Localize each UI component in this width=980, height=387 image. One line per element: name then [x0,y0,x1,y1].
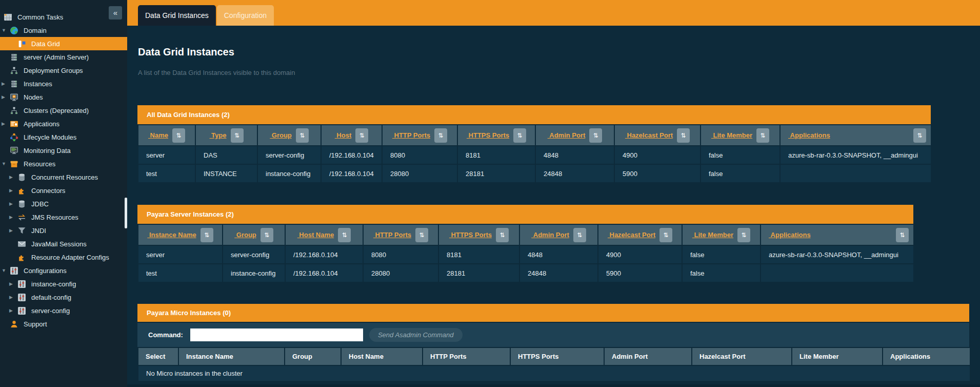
table-cell: test [138,164,195,183]
column-sort-link[interactable]: Admin Port [531,231,569,239]
chevron-right-icon[interactable]: ▶ [9,295,17,300]
sidebar-item-instance-config[interactable]: ▶instance-config [0,277,127,291]
sidebar-item-server-config[interactable]: ▶server-config [0,304,127,317]
sidebar-item-deployment-groups[interactable]: Deployment Groups [0,64,127,77]
sidebar-item-resource-adapter-configs[interactable]: Resource Adapter Configs [0,250,127,264]
column-sort-link[interactable]: Applications [761,231,811,239]
sort-button[interactable]: ⇅ [513,128,526,143]
sidebar-item-resources[interactable]: ▼Resources [0,157,127,170]
sliders-icon [17,293,26,302]
table-cell: /192.168.0.104 [285,264,363,282]
table-cell: INSTANCE [195,164,257,183]
sort-button[interactable]: ⇅ [496,228,509,242]
sidebar-item-label: JavaMail Sessions [31,240,87,248]
column-sort-link[interactable]: HTTPS Ports [449,231,492,239]
chevron-right-icon[interactable]: ▶ [9,201,17,206]
column-sort-link[interactable]: Name [148,131,168,139]
column-sort-link[interactable]: HTTPS Ports [467,131,509,139]
chevron-down-icon[interactable]: ▼ [2,161,10,166]
column-sort-link[interactable]: Host [335,131,352,139]
sidebar-item-label: Monitoring Data [24,147,71,154]
sidebar-item-applications[interactable]: ▶Applications [0,117,127,130]
column-sort-link[interactable]: HTTP Ports [373,231,411,239]
table-cell: 24848 [535,164,614,183]
sidebar-item-common-tasks[interactable]: Common Tasks [0,10,127,24]
sidebar-item-javamail-sessions[interactable]: JavaMail Sessions [0,237,127,250]
sidebar-item-configurations[interactable]: ▼Configurations [0,264,127,277]
sort-button[interactable]: ⇅ [261,228,273,242]
column-sort-link[interactable]: HTTP Ports [392,131,430,139]
column-header-group: Group⇅ [223,224,285,245]
payara-admin-console: Common Tasks▼DomainData Gridserver (Admi… [0,0,980,387]
sidebar-item-default-config[interactable]: ▶default-config [0,291,127,304]
table-cell: azure-sb-rar-0.3.0-SNAPSHOT, __admingui [780,146,931,164]
sort-button[interactable]: ⇅ [677,128,690,143]
chevron-right-icon[interactable]: ▶ [9,228,17,233]
sort-button[interactable]: ⇅ [355,128,368,143]
sidebar-item-monitoring-data[interactable]: Monitoring Data [0,144,127,157]
sort-button[interactable]: ⇅ [589,128,602,143]
command-input[interactable] [190,328,363,341]
chevron-right-icon[interactable]: ▶ [2,121,10,126]
table-cell: server [138,245,223,264]
sort-button[interactable]: ⇅ [896,228,909,242]
sort-button[interactable]: ⇅ [573,228,586,242]
tab-configuration[interactable]: Configuration [217,5,274,26]
column-sort-link[interactable]: Lite Member [711,131,752,139]
chevron-right-icon[interactable]: ▶ [2,94,10,100]
sidebar-item-domain[interactable]: ▼Domain [0,24,127,37]
column-sort-link[interactable]: Group [270,131,292,139]
server-stack-icon [10,80,18,88]
sidebar-item-jndi[interactable]: ▶JNDI [0,224,127,237]
chevron-right-icon[interactable]: ▶ [9,308,17,313]
chevron-right-icon[interactable]: ▶ [9,281,17,286]
send-asadmin-command-button[interactable]: Send Asadmin Command [369,328,463,342]
chevron-down-icon[interactable]: ▼ [2,28,10,33]
chevron-down-icon[interactable]: ▼ [2,268,10,273]
sort-button[interactable]: ⇅ [172,128,185,143]
sidebar-item-server-admin-server[interactable]: server (Admin Server) [0,50,127,64]
column-sort-link[interactable]: Applications [781,131,830,139]
sidebar-item-concurrent-resources[interactable]: ▶Concurrent Resources [0,170,127,184]
column-sort-link[interactable]: Hazelcast Port [608,231,655,239]
column-sort-link[interactable]: Lite Member [692,231,733,239]
column-header-host-name: Host Name [341,347,423,365]
sidebar-item-jdbc[interactable]: ▶JDBC [0,197,127,210]
sidebar-item-connectors[interactable]: ▶Connectors [0,184,127,197]
jms-arrows-icon [17,213,26,222]
column-sort-link[interactable]: Admin Port [548,131,586,139]
sidebar-item-jms-resources[interactable]: ▶JMS Resources [0,210,127,224]
column-header-instance-name: Instance Name⇅ [138,224,223,245]
column-sort-link[interactable]: Hazelcast Port [625,131,673,139]
column-sort-link[interactable]: Host Name [297,231,334,239]
sort-button[interactable]: ⇅ [756,128,769,143]
chevron-right-icon[interactable]: ▶ [9,215,17,220]
column-sort-link[interactable]: Instance Name [147,231,196,239]
chevron-right-icon[interactable]: ▶ [9,175,17,180]
sidebar-item-support[interactable]: Support [0,317,127,331]
sort-button[interactable]: ⇅ [737,228,750,242]
sort-button[interactable]: ⇅ [659,228,672,242]
sidebar-item-label: Nodes [24,93,43,101]
sidebar-item-nodes[interactable]: ▶Nodes [0,90,127,104]
column-sort-link[interactable]: Group [234,231,256,239]
sort-button[interactable]: ⇅ [913,128,926,143]
sidebar-collapse-button[interactable]: « [109,6,122,20]
sidebar-item-lifecycle-modules[interactable]: Lifecycle Modules [0,130,127,144]
sort-button[interactable]: ⇅ [338,228,351,242]
sort-button[interactable]: ⇅ [434,128,447,143]
sidebar-item-label: server-config [31,307,70,315]
chevron-right-icon[interactable]: ▶ [2,81,10,86]
sort-button[interactable]: ⇅ [231,128,244,143]
column-sort-link[interactable]: Type [210,131,227,139]
sidebar-item-data-grid[interactable]: Data Grid [0,37,127,50]
sidebar-nav: Common Tasks▼DomainData Gridserver (Admi… [0,10,127,331]
sidebar-item-clusters-deprecated[interactable]: Clusters (Deprecated) [0,104,127,117]
sidebar-item-instances[interactable]: ▶Instances [0,77,127,90]
tab-data-grid-instances[interactable]: Data Grid Instances [138,5,216,26]
sort-button[interactable]: ⇅ [415,228,428,242]
sort-button[interactable]: ⇅ [201,228,213,242]
sort-button[interactable]: ⇅ [296,128,309,143]
table-cell: DAS [195,146,257,164]
chevron-right-icon[interactable]: ▶ [9,188,17,193]
